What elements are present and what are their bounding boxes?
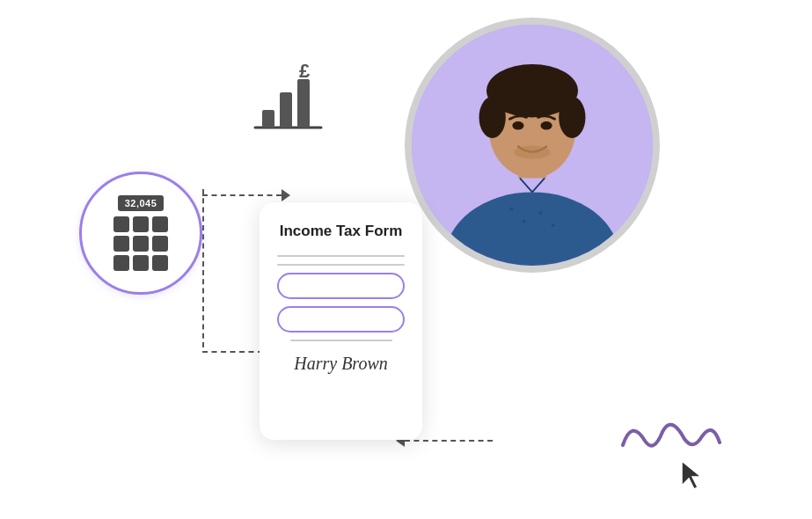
svg-point-16 bbox=[523, 220, 526, 223]
form-input-1[interactable] bbox=[277, 273, 405, 299]
calc-btn-7 bbox=[113, 255, 129, 271]
signature: Harry Brown bbox=[294, 354, 387, 374]
bar-chart-icon: £ bbox=[246, 53, 334, 141]
form-line-2 bbox=[277, 264, 405, 266]
dashed-vertical-line bbox=[202, 189, 204, 347]
svg-point-18 bbox=[552, 223, 555, 227]
calc-btn-5 bbox=[133, 236, 149, 252]
svg-point-13 bbox=[540, 121, 552, 129]
main-scene: £ 32,045 Income Tax Form bbox=[0, 0, 812, 519]
tax-form-card: Income Tax Form Harry Brown bbox=[260, 202, 422, 440]
profile-person bbox=[412, 25, 653, 266]
calc-btn-3 bbox=[152, 216, 168, 232]
calc-btn-8 bbox=[133, 255, 149, 271]
svg-point-17 bbox=[539, 211, 543, 215]
svg-rect-2 bbox=[280, 92, 292, 128]
form-input-2[interactable] bbox=[277, 306, 405, 333]
tax-form-title: Income Tax Form bbox=[280, 222, 403, 241]
svg-point-11 bbox=[559, 97, 585, 138]
svg-rect-1 bbox=[262, 110, 274, 128]
scribble-icon bbox=[614, 406, 728, 471]
calculator-buttons bbox=[113, 216, 168, 271]
form-line-1 bbox=[277, 255, 405, 257]
calc-btn-2 bbox=[133, 216, 149, 232]
profile-circle bbox=[405, 18, 660, 273]
svg-point-12 bbox=[512, 121, 523, 129]
svg-rect-3 bbox=[297, 79, 310, 128]
person-svg bbox=[412, 25, 653, 266]
svg-marker-19 bbox=[682, 461, 701, 489]
dashed-arrow-top bbox=[202, 189, 290, 201]
svg-text:£: £ bbox=[299, 60, 311, 82]
form-line-short bbox=[290, 340, 392, 341]
calc-btn-9 bbox=[152, 255, 168, 271]
calculator-circle: 32,045 bbox=[79, 172, 202, 295]
calc-btn-4 bbox=[113, 236, 129, 252]
cursor-icon bbox=[682, 461, 706, 493]
calc-btn-1 bbox=[113, 216, 129, 232]
svg-point-15 bbox=[509, 207, 513, 210]
calc-btn-6 bbox=[152, 236, 168, 252]
calculator-display: 32,045 bbox=[118, 195, 165, 211]
svg-point-14 bbox=[514, 146, 551, 159]
svg-point-10 bbox=[479, 97, 506, 138]
